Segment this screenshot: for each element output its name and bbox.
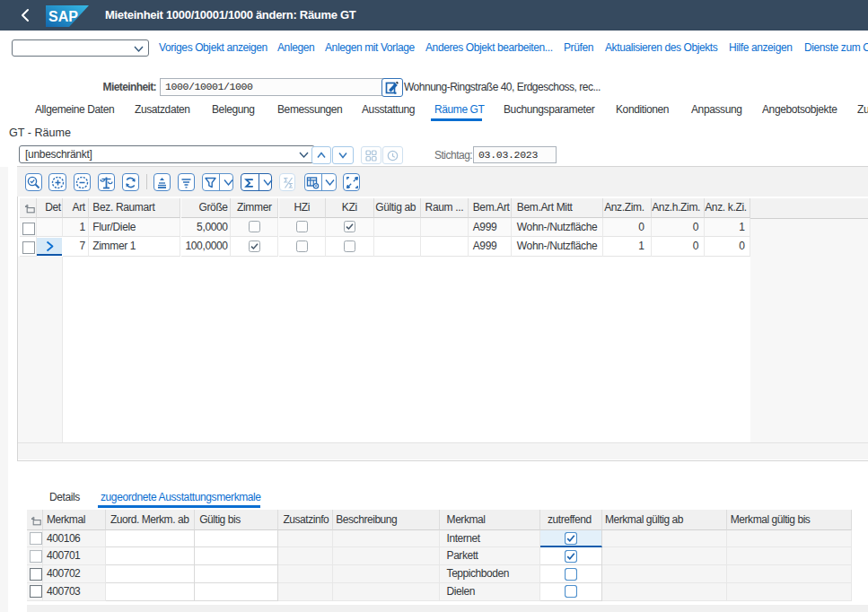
svg-text:SAP: SAP [48,9,78,24]
